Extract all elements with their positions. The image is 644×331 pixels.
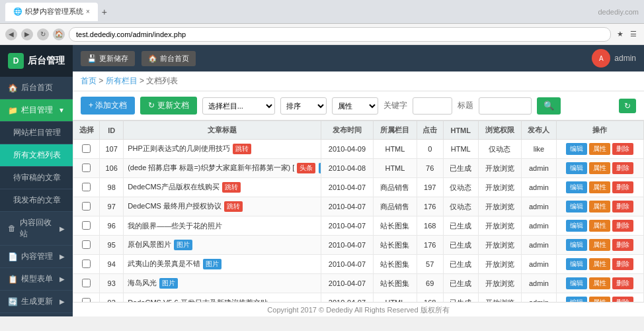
search-button[interactable]: 🔍 (537, 97, 561, 115)
order-select[interactable]: 排序 (280, 97, 327, 115)
main-layout: D 后台管理 🏠 后台首页 📁 栏目管理 ▼ 网站栏目管理 所有文档列表 待审稿… (0, 45, 644, 316)
refresh-table-button[interactable]: ↻ (619, 99, 636, 113)
keyword-input[interactable] (413, 97, 452, 115)
sidebar-item-content-mgmt[interactable]: 📄 内容管理 ▶ (0, 246, 73, 268)
delete-button[interactable]: 删除 (612, 277, 633, 289)
home-button[interactable]: 🏠 (53, 28, 65, 40)
address-input[interactable] (69, 27, 611, 42)
attr-select[interactable]: 属性 (332, 97, 378, 115)
attr-button[interactable]: 属性 (589, 201, 610, 213)
sidebar-item-system[interactable]: ⚙ 系统设置 ▶ (0, 313, 73, 316)
cell-ops: 编辑 属性 删除 (556, 216, 643, 236)
sidebar-item-model-form[interactable]: 📋 模型表单 ▶ (0, 268, 73, 291)
table-wrapper: 选择 ID 文章标题 发布时间 所属栏目 点击 HTML 浏览权限 发布人 操作… (73, 120, 644, 302)
cell-date: 2010-04-07 (321, 197, 374, 216)
cell-html: 仅动态 (443, 197, 478, 216)
col-ops: 操作 (556, 121, 643, 140)
row-checkbox[interactable] (82, 240, 91, 249)
row-checkbox[interactable] (82, 183, 91, 191)
edit-button[interactable]: 编辑 (566, 181, 587, 193)
delete-button[interactable]: 删除 (612, 181, 633, 193)
cell-id: 98 (100, 178, 124, 197)
attr-button[interactable]: 属性 (589, 277, 610, 289)
cell-date: 2010-04-08 (321, 159, 374, 178)
cell-publisher: admin (522, 178, 557, 197)
delete-button[interactable]: 删除 (612, 162, 633, 174)
browser-icons: ★ ☰ (615, 29, 639, 40)
edit-button[interactable]: 编辑 (566, 220, 587, 232)
save-icon: 💾 (87, 54, 97, 63)
cell-title: 原创风景图片 图片 (124, 236, 321, 255)
edit-button[interactable]: 编辑 (566, 239, 587, 251)
delete-button[interactable]: 删除 (612, 201, 633, 213)
sidebar-item-label: 所有文档列表 (13, 150, 61, 161)
cell-ops: 编辑 属性 删除 (556, 197, 643, 216)
attr-button[interactable]: 属性 (589, 297, 610, 302)
chevron-right-icon: ▶ (60, 298, 65, 305)
edit-button[interactable]: 编辑 (566, 201, 587, 213)
update-doc-button[interactable]: ↻ 更新文档 (140, 97, 196, 115)
row-checkbox[interactable] (82, 144, 91, 153)
edit-button[interactable]: 编辑 (566, 297, 587, 302)
edit-button[interactable]: 编辑 (566, 143, 587, 155)
table-row: 92DedeCMS V5.6 开发日志及新建议推荐交贴2010-04-07HTM… (73, 293, 644, 303)
delete-button[interactable]: 删除 (612, 239, 633, 251)
breadcrumb-home[interactable]: 首页 (81, 76, 97, 85)
sidebar-item-all-docs[interactable]: 所有文档列表 (0, 144, 73, 167)
cell-publisher: admin (522, 255, 557, 274)
save-button[interactable]: 💾 更新储存 (81, 51, 135, 66)
sidebar-item-site-column[interactable]: 网站栏目管理 (0, 122, 73, 144)
delete-button[interactable]: 删除 (612, 297, 633, 302)
refresh-icon: 🔄 (8, 297, 17, 307)
delete-button[interactable]: 删除 (612, 143, 633, 155)
row-checkbox[interactable] (82, 260, 91, 268)
add-tab-button[interactable]: + (102, 7, 107, 17)
attr-button[interactable]: 属性 (589, 162, 610, 174)
breadcrumb-all-col[interactable]: 所有栏目 (106, 76, 138, 85)
tab-close-icon[interactable]: × (86, 8, 90, 15)
frontend-home-button[interactable]: 🏠 前台首页 (141, 51, 196, 66)
bookmark-icon[interactable]: ★ (615, 29, 625, 40)
row-checkbox[interactable] (82, 279, 91, 287)
add-doc-button[interactable]: + 添加文档 (81, 97, 135, 115)
sidebar-title: 后台管理 (28, 55, 65, 67)
title-search-input[interactable] (479, 97, 532, 115)
sidebar-item-pending[interactable]: 待审稿的文章 (0, 167, 73, 189)
browser-tab[interactable]: 🌐 织梦内容管理系统 × (5, 3, 98, 21)
cell-column: 站长图集 (374, 236, 417, 255)
edit-button[interactable]: 编辑 (566, 258, 587, 270)
cell-perm: 开放浏览 (478, 274, 521, 293)
sidebar-item-generate[interactable]: 🔄 生成更新 ▶ (0, 291, 73, 313)
attr-button[interactable]: 属性 (589, 239, 610, 251)
article-tag: 图片 (203, 259, 221, 269)
attr-button[interactable]: 属性 (589, 181, 610, 193)
cell-publisher: admin (522, 274, 557, 293)
sidebar-item-my-articles[interactable]: 我发布的文章 (0, 189, 73, 212)
sidebar-item-label: 栏目管理 (21, 105, 53, 116)
attr-button[interactable]: 属性 (589, 220, 610, 232)
back-button[interactable]: ◀ (5, 28, 17, 40)
column-select[interactable]: 选择栏目... (202, 97, 275, 115)
col-perm: 浏览权限 (478, 121, 521, 140)
cell-date: 2010-04-07 (321, 255, 374, 274)
top-navbar: 💾 更新储存 🏠 前台首页 A admin (73, 45, 644, 71)
menu-icon[interactable]: ☰ (628, 29, 639, 40)
delete-button[interactable]: 删除 (612, 220, 633, 232)
edit-button[interactable]: 编辑 (566, 277, 587, 289)
cell-perm: 开放浏览 (478, 159, 521, 178)
delete-button[interactable]: 删除 (612, 258, 633, 270)
row-checkbox[interactable] (82, 164, 91, 172)
cell-click: 0 (417, 140, 443, 159)
reload-button[interactable]: ↻ (37, 28, 49, 40)
forward-button[interactable]: ▶ (21, 28, 33, 40)
sidebar-item-recycle[interactable]: 🗑 内容回收站 ▶ (0, 212, 73, 246)
sidebar-item-column-mgmt[interactable]: 📁 栏目管理 ▼ (0, 99, 73, 122)
row-checkbox[interactable] (82, 202, 91, 211)
attr-button[interactable]: 属性 (589, 143, 610, 155)
row-checkbox[interactable] (82, 221, 91, 230)
edit-button[interactable]: 编辑 (566, 162, 587, 174)
cell-id: 96 (100, 216, 124, 236)
sidebar-item-home[interactable]: 🏠 后台首页 (0, 77, 73, 99)
table-row: 93海岛风光 图片2010-04-07站长图集69已生成开放浏览admin 编辑… (73, 274, 644, 293)
attr-button[interactable]: 属性 (589, 258, 610, 270)
